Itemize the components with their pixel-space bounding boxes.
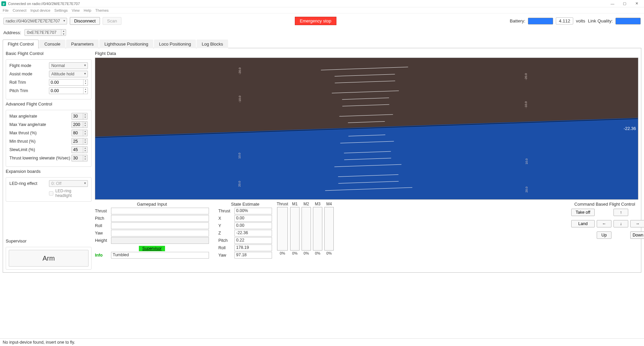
se-value: 0.22 xyxy=(234,237,272,244)
roll-trim-input[interactable]: ▲▼ xyxy=(49,79,88,86)
se-value: 0.00 xyxy=(234,222,272,229)
tab-log-blocks[interactable]: Log Blocks xyxy=(197,40,228,48)
attitude-indicator: -20.0 -10.0 10.0 20.0 -20.0 -10.0 10.0 2… xyxy=(95,58,638,200)
menu-help[interactable]: Help xyxy=(84,8,91,12)
max-thrust-input[interactable]: ▲▼ xyxy=(71,130,88,136)
menu-bar: File Connect Input device Settings View … xyxy=(0,7,644,13)
led-ring-select[interactable]: 0: Off xyxy=(49,180,88,187)
close-button[interactable]: ✕ xyxy=(631,0,643,7)
volts-label: volts xyxy=(576,18,585,23)
pitch-tick: -20.0 xyxy=(524,73,528,80)
info-label: Info xyxy=(95,253,111,258)
pitch-tick: -10.0 xyxy=(238,96,241,103)
menu-file[interactable]: File xyxy=(3,8,9,12)
max-yaw-label: Max Yaw angle/rate xyxy=(9,122,71,127)
flight-data-title: Flight Data xyxy=(95,51,638,56)
menu-themes[interactable]: Themes xyxy=(95,8,109,12)
thrust-lower-label: Thrust lowering slewrate (%/sec) xyxy=(9,156,71,160)
address-input[interactable]: ▲▼ xyxy=(24,29,66,36)
tab-flight-control[interactable]: Flight Control xyxy=(3,40,39,48)
led-ring-label: LED-ring effect xyxy=(9,181,49,186)
battery-value: 4.112 xyxy=(556,17,573,24)
supervisor-title: Supervisor xyxy=(6,238,92,244)
roll-trim-label: Roll Trim xyxy=(9,80,49,85)
arrow-up-button[interactable]: ↑ xyxy=(613,209,628,216)
gp-thrust-value xyxy=(111,208,209,214)
thrust-lower-input[interactable]: ▲▼ xyxy=(71,155,88,161)
se-value: 0.00% xyxy=(234,208,272,214)
command-title: Command Based Flight Control xyxy=(571,202,638,207)
tab-loco[interactable]: Loco Positioning xyxy=(154,40,196,48)
window-title: Connected on radio://0/40/2M/E7E7E7E707 xyxy=(8,2,80,6)
menu-connect[interactable]: Connect xyxy=(13,8,26,12)
max-thrust-label: Max thrust (%) xyxy=(9,131,71,135)
arrow-left-button[interactable]: ← xyxy=(597,220,611,227)
arm-button[interactable]: Arm xyxy=(9,250,89,267)
emergency-stop-button[interactable]: Emergency stop xyxy=(295,17,336,25)
se-value: 0.00 xyxy=(234,215,272,222)
land-button[interactable]: Land xyxy=(571,220,595,227)
pitch-tick: 10.0 xyxy=(237,153,241,159)
thrust-bar xyxy=(277,207,288,251)
pitch-tick: 20.0 xyxy=(237,181,241,187)
led-headlight-label: LED-ring headlight xyxy=(55,189,88,198)
pitch-trim-input[interactable]: ▲▼ xyxy=(49,87,88,94)
max-angle-input[interactable]: ▲▼ xyxy=(71,113,88,120)
min-thrust-input[interactable]: ▲▼ xyxy=(71,138,88,145)
basic-flight-title: Basic Flight Control xyxy=(6,51,92,56)
tab-lighthouse[interactable]: Lighthouse Positioning xyxy=(99,40,153,48)
tab-parameters[interactable]: Parameters xyxy=(66,40,99,48)
tab-body: Basic Flight Control Flight modeNormal A… xyxy=(3,48,641,273)
app-icon: p xyxy=(1,1,6,6)
gp-roll-label: Roll xyxy=(95,223,111,228)
max-angle-label: Max angle/rate xyxy=(9,114,71,119)
takeoff-button[interactable]: Take off xyxy=(571,209,595,216)
max-yaw-input[interactable]: ▲▼ xyxy=(71,121,88,128)
m1-val: 0% xyxy=(292,251,298,255)
arrow-right-button[interactable]: → xyxy=(630,220,644,227)
se-label: Z xyxy=(218,231,234,235)
gamepad-panel: Gamepad Input Thrust Pitch Roll Yaw Heig… xyxy=(95,202,209,259)
m3-val: 0% xyxy=(315,251,320,255)
pitch-tick: 20.0 xyxy=(525,187,528,193)
tab-console[interactable]: Console xyxy=(39,40,65,48)
m2-val: 0% xyxy=(304,251,309,255)
battery-label: Battery: xyxy=(510,18,526,23)
scan-button[interactable]: Scan xyxy=(103,17,121,25)
up-button[interactable]: Up xyxy=(597,231,611,239)
gamepad-title: Gamepad Input xyxy=(95,202,209,207)
m3-bar xyxy=(313,207,322,251)
se-value: -22.36 xyxy=(234,230,272,236)
assist-mode-select[interactable]: Altitude hold xyxy=(49,71,88,77)
menu-settings[interactable]: Settings xyxy=(54,8,68,12)
m2-bar xyxy=(302,207,311,251)
gp-roll-value xyxy=(111,222,209,229)
flight-mode-label: Flight mode xyxy=(9,63,49,68)
maximize-button[interactable]: ▢ xyxy=(619,0,631,7)
supervisor-pill[interactable]: Supervisor xyxy=(139,246,165,251)
m4-val: 0% xyxy=(326,251,332,255)
arrow-down-button[interactable]: ↓ xyxy=(613,220,628,227)
se-label: X xyxy=(218,216,234,221)
motors-panel: Thrust0% M10% M20% M30% M40% xyxy=(277,202,334,255)
led-headlight-checkbox[interactable] xyxy=(49,191,53,196)
menu-view[interactable]: View xyxy=(72,8,80,12)
se-label: Thrust xyxy=(218,209,234,213)
gp-yaw-value xyxy=(111,230,209,236)
m1-label: M1 xyxy=(292,202,298,206)
state-estimate-panel: State Estimate Thrust0.00% X0.00 Y0.00 Z… xyxy=(218,202,272,259)
down-button[interactable]: Down xyxy=(630,231,644,239)
tab-bar: Flight Control Console Parameters Lighth… xyxy=(3,39,641,48)
address-label: Address: xyxy=(3,30,21,35)
address-row: Address: ▲▼ xyxy=(0,27,644,39)
toolbar: radio://0/40/2M/E7E7E7E707 Disconnect Sc… xyxy=(0,13,644,27)
menu-input-device[interactable]: Input device xyxy=(31,8,50,12)
flight-mode-select[interactable]: Normal xyxy=(49,62,88,69)
slew-limit-input[interactable]: ▲▼ xyxy=(71,146,88,153)
disconnect-button[interactable]: Disconnect xyxy=(70,17,100,25)
battery-bar xyxy=(528,18,553,24)
pitch-tick: -20.0 xyxy=(238,67,241,74)
thrust-col-label: Thrust xyxy=(277,202,288,206)
minimize-button[interactable]: — xyxy=(606,0,619,7)
radio-uri-combo[interactable]: radio://0/40/2M/E7E7E7E707 xyxy=(3,18,67,24)
